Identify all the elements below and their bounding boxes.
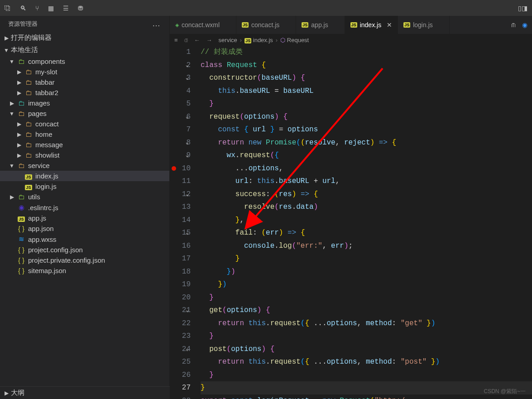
js-icon: JS	[242, 22, 249, 28]
tree-item-service[interactable]: ▼🗀service	[0, 160, 169, 171]
folder-icon: 🗀	[24, 141, 33, 149]
editor-pane: ◈concact.wxml✕JSconcact.js✕JSapp.js✕JSin…	[170, 16, 532, 399]
code-editor[interactable]: 12⌄3⌄456⌄78⌄9⌄101112⌄131415⌄161718192021…	[170, 46, 532, 399]
watermark: CSDN @紫陌~一	[484, 388, 526, 395]
tree-item-.eslintrc.js[interactable]: ◉.eslintrc.js	[0, 202, 169, 213]
json-icon: { }	[18, 267, 24, 274]
json-icon: { }	[18, 256, 24, 264]
tree-item-utils[interactable]: ▶🗀utils	[0, 192, 169, 202]
title-icons-right: ▯◨	[518, 5, 527, 12]
tree-item-tabbar2[interactable]: ▶🗀tabbar2	[0, 87, 169, 98]
tree-item-app.js[interactable]: JSapp.js	[0, 213, 169, 223]
explorer-sidebar: 资源管理器 … ▶打开的编辑器 ▼本地生活 ▼🗀components▶🗀my-s…	[0, 16, 170, 399]
folder-icon: 🗀	[17, 58, 25, 65]
js-icon: JS	[350, 22, 357, 28]
breadcrumb[interactable]: service › JS index.js › ⬡ Request	[219, 37, 309, 43]
tree-item-login.js[interactable]: JSlogin.js	[0, 181, 169, 192]
wxss-icon: ≋	[19, 235, 24, 243]
folder-icon: 🗀	[24, 68, 33, 76]
outline-section[interactable]: ▶大纲	[0, 386, 169, 399]
open-editors-section[interactable]: ▶打开的编辑器	[0, 32, 169, 44]
tree-item-project.config.json[interactable]: { }project.config.json	[0, 245, 169, 255]
tree-item-message[interactable]: ▶🗀message	[0, 139, 169, 150]
folder-icon: 🗀	[24, 151, 33, 159]
js-icon: JS	[244, 38, 251, 43]
sidebar-header: 资源管理器 …	[0, 16, 169, 32]
tree-item-app.json[interactable]: { }app.json	[0, 223, 169, 234]
class-icon: ⬡	[280, 37, 285, 43]
js-icon: JS	[403, 22, 410, 28]
compile-icon[interactable]: ◉	[522, 21, 527, 29]
layout-icon[interactable]: ☰	[63, 5, 69, 12]
tree-item-home[interactable]: ▶🗀home	[0, 129, 169, 139]
source-control-icon[interactable]: ⑂	[35, 5, 39, 12]
json-icon: { }	[18, 225, 24, 232]
title-bar: ⿻ 🔍︎ ⑂ ▦ ☰ ⛃ ▯◨	[0, 0, 532, 16]
extensions-icon[interactable]: ▦	[48, 5, 54, 12]
sidebar-title: 资源管理器	[8, 20, 38, 28]
close-icon[interactable]: ✕	[387, 21, 392, 29]
tree-item-tabbar[interactable]: ▶🗀tabbar	[0, 77, 169, 87]
files-icon[interactable]: ⿻	[5, 5, 11, 12]
wxml-icon: ◈	[175, 22, 179, 28]
js-icon: JS	[18, 216, 24, 222]
folder-icon: 🗀	[17, 110, 25, 117]
tab-index.js[interactable]: JSindex.js✕	[345, 16, 398, 34]
database-icon[interactable]: ⛃	[78, 5, 83, 12]
editor-tabs: ◈concact.wxml✕JSconcact.js✕JSapp.js✕JSin…	[170, 16, 532, 34]
json-icon: { }	[18, 246, 24, 254]
js-icon: JS	[302, 22, 308, 28]
title-icons-left: ⿻ 🔍︎ ⑂ ▦ ☰ ⛃	[5, 5, 83, 12]
folder-icon: 🗀	[24, 89, 33, 96]
folder-icon: 🗀	[17, 193, 25, 201]
line-gutter[interactable]: 12⌄3⌄456⌄78⌄9⌄101112⌄131415⌄161718192021…	[170, 46, 201, 399]
workspace-section[interactable]: ▼本地生活	[0, 44, 169, 56]
tree-item-app.wxss[interactable]: ≋app.wxss	[0, 234, 169, 245]
tab-login.js[interactable]: JSlogin.js✕	[398, 16, 450, 34]
sidebar-toggle-icon[interactable]: ▯◨	[518, 5, 527, 12]
folder-icon: 🗀	[24, 120, 33, 128]
tree-item-images[interactable]: ▶🗀images	[0, 98, 169, 108]
code-content[interactable]: // 封装成类class Request { constructor(baseU…	[201, 46, 532, 399]
folder-icon: 🗀	[24, 130, 33, 138]
nav-back-icon[interactable]: ←	[194, 37, 200, 43]
file-tree: ▶打开的编辑器 ▼本地生活 ▼🗀components▶🗀my-slot▶🗀tab…	[0, 32, 169, 399]
folder-icon: 🗀	[24, 78, 33, 86]
tab-app.js[interactable]: JSapp.js✕	[296, 16, 345, 34]
tab-concact.wxml[interactable]: ◈concact.wxml✕	[170, 16, 236, 34]
folder-icon: 🗀	[17, 99, 25, 107]
tree-item-sitemap.json[interactable]: { }sitemap.json	[0, 265, 169, 276]
search-icon[interactable]: 🔍︎	[20, 5, 26, 12]
tree-item-pages[interactable]: ▼🗀pages	[0, 108, 169, 119]
js-icon: JS	[25, 185, 32, 190]
folder-icon: 🗀	[17, 162, 25, 169]
eslint-icon: ◉	[19, 203, 24, 211]
compare-icon[interactable]: ⫙	[510, 21, 517, 29]
bookmark-icon[interactable]: ⟃	[184, 37, 188, 43]
editor-toolbar: ≡ ⟃ ← → service › JS index.js › ⬡ Reques…	[170, 34, 532, 46]
tree-item-showlist[interactable]: ▶🗀showlist	[0, 150, 169, 160]
more-icon[interactable]: …	[152, 19, 161, 29]
tree-item-project.private.config.json[interactable]: { }project.private.config.json	[0, 255, 169, 265]
tree-item-components[interactable]: ▼🗀components	[0, 56, 169, 67]
js-icon: JS	[25, 174, 32, 180]
tab-actions: ⫙ ◉	[506, 16, 532, 34]
tree-item-concact[interactable]: ▶🗀concact	[0, 119, 169, 129]
tree-item-index.js[interactable]: JSindex.js	[0, 171, 169, 181]
tree-item-my-slot[interactable]: ▶🗀my-slot	[0, 67, 169, 77]
list-icon[interactable]: ≡	[174, 37, 178, 43]
nav-fwd-icon[interactable]: →	[206, 37, 212, 43]
tab-concact.js[interactable]: JSconcact.js✕	[236, 16, 296, 34]
